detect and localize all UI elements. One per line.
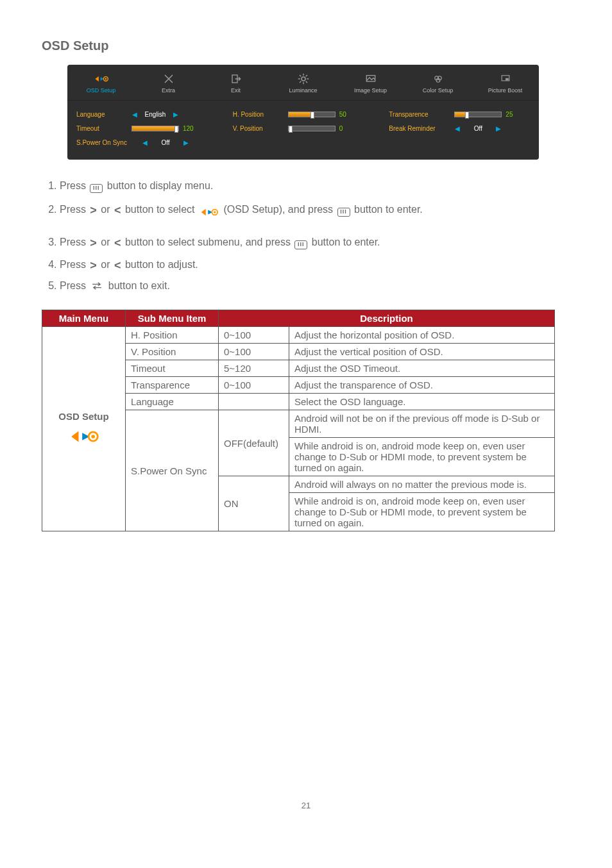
osd-row-spower: S.Power On Sync ◀ Off ▶ (76, 135, 217, 149)
sun-icon (296, 72, 310, 86)
osd-tab-image-setup[interactable]: Image Setup (337, 65, 404, 100)
osd-value: English (142, 111, 169, 118)
step-3: Press > or < button to select submenu, a… (60, 232, 570, 254)
right-chevron-icon: > (90, 199, 97, 221)
th-sub-menu: Sub Menu Item (126, 310, 219, 327)
step-text: button to select submenu, and press (125, 237, 293, 247)
tools-icon (162, 72, 176, 86)
osd-row-hpos: H. Position 50 (233, 107, 374, 121)
osd-tab-exit[interactable]: Exit (202, 65, 269, 100)
osd-tab-label: Extra (162, 87, 175, 94)
left-arrow-icon[interactable]: ◀ (132, 111, 138, 118)
swap-icon (90, 281, 104, 290)
step-text: Press (60, 237, 89, 247)
osd-tab-luminance[interactable]: Luminance (269, 65, 337, 100)
td-range (219, 394, 289, 410)
left-arrow-icon[interactable]: ◀ (454, 125, 461, 132)
td-sub: Language (126, 394, 219, 410)
td-desc: Android will always on no matter the pre… (289, 476, 555, 493)
osd-value: Off (464, 125, 491, 132)
td-desc: Adjust the horizontal position of OSD. (289, 327, 555, 344)
instructions-list: Press III button to display menu. Press … (48, 176, 570, 296)
svg-marker-0 (95, 76, 99, 81)
osd-tab-label: Picture Boost (488, 87, 523, 94)
osd-tab-osd-setup[interactable]: OSD Setup (67, 65, 135, 100)
osd-tab-color-setup[interactable]: Color Setup (404, 65, 472, 100)
osd-label: Timeout (76, 125, 128, 132)
osd-row-transparence: Transparence 25 (389, 107, 530, 121)
osd-tab-label: Color Setup (423, 87, 454, 94)
right-chevron-icon: > (90, 255, 97, 276)
step-4: Press > or < button to adjust. (60, 255, 570, 276)
osd-label: S.Power On Sync (76, 139, 138, 146)
osd-screenshot: OSD Setup Extra Exit Luminance Image Set… (67, 65, 539, 160)
left-chevron-icon: < (114, 232, 121, 254)
th-main-menu: Main Menu (42, 310, 126, 327)
osd-tab-label: Luminance (289, 87, 317, 94)
svg-rect-19 (506, 78, 509, 80)
exit-icon (229, 72, 243, 86)
osd-slider[interactable] (454, 112, 502, 117)
td-sub: Transparence (126, 377, 219, 394)
svg-point-3 (105, 78, 106, 79)
step-text: button to exit. (108, 280, 170, 291)
main-menu-label: OSD Setup (58, 411, 108, 422)
osd-tab-label: Image Setup (354, 87, 387, 94)
osd-value: 25 (506, 111, 521, 118)
osd-label: H. Position (233, 111, 284, 118)
td-desc: While android is on, android mode keep o… (289, 493, 555, 531)
td-sub: H. Position (126, 327, 219, 344)
frame-icon (498, 72, 513, 86)
osd-slider[interactable] (288, 112, 336, 117)
osd-setup-icon (200, 205, 218, 223)
step-text: button to display menu. (107, 180, 213, 191)
step-text: button to select (125, 204, 198, 215)
osd-value: Off (152, 139, 179, 146)
osd-tab-picture-boost[interactable]: Picture Boost (472, 65, 539, 100)
osd-tab-label: OSD Setup (87, 87, 116, 94)
td-main-menu: OSD Setup (42, 327, 126, 531)
osd-tab-label: Exit (231, 87, 241, 94)
osd-value: 120 (183, 125, 198, 132)
td-range: ON (219, 476, 289, 531)
osd-setup-icon (94, 72, 108, 86)
osd-row-language: Language ◀ English ▶ (76, 107, 217, 121)
svg-point-27 (91, 435, 95, 438)
right-arrow-icon[interactable]: ▶ (173, 111, 179, 118)
td-range: 0~100 (219, 377, 289, 394)
osd-row-break-reminder: Break Reminder ◀ Off ▶ (389, 121, 530, 135)
osd-row-timeout: Timeout 120 (76, 121, 217, 135)
image-icon (364, 72, 378, 86)
svg-point-5 (302, 77, 305, 81)
menu-button-icon: III (294, 240, 307, 249)
step-text: (OSD Setup), and press (223, 204, 336, 215)
td-desc: Adjust the vertical position of OSD. (289, 344, 555, 360)
description-table: Main Menu Sub Menu Item Description OSD … (42, 310, 555, 531)
osd-slider[interactable] (288, 126, 336, 131)
left-arrow-icon[interactable]: ◀ (142, 139, 148, 146)
step-text: Press (60, 259, 89, 270)
osd-tab-extra[interactable]: Extra (135, 65, 202, 100)
osd-slider[interactable] (132, 126, 179, 131)
svg-point-23 (214, 212, 216, 214)
menu-button-icon: III (90, 184, 103, 193)
right-arrow-icon[interactable]: ▶ (183, 139, 189, 146)
osd-tab-bar: OSD Setup Extra Exit Luminance Image Set… (67, 65, 539, 101)
right-arrow-icon[interactable]: ▶ (495, 125, 502, 132)
td-desc: Select the OSD language. (289, 394, 555, 410)
page-title: OSD Setup (42, 38, 570, 53)
osd-label: Transparence (389, 111, 450, 118)
td-desc: Android will not be on if the previous o… (289, 410, 555, 438)
osd-setup-icon (69, 426, 99, 447)
svg-line-10 (300, 75, 301, 76)
step-text: or (101, 259, 113, 270)
osd-label: Break Reminder (389, 125, 450, 132)
step-text: button to enter. (312, 237, 380, 247)
td-sub: S.Power On Sync (126, 410, 219, 531)
td-range: OFF(default) (219, 410, 289, 476)
svg-line-13 (305, 75, 307, 76)
td-desc: Adjust the transparence of OSD. (289, 377, 555, 394)
td-desc: Adjust the OSD Timeout. (289, 360, 555, 377)
color-icon (431, 72, 445, 86)
svg-marker-24 (71, 431, 78, 442)
